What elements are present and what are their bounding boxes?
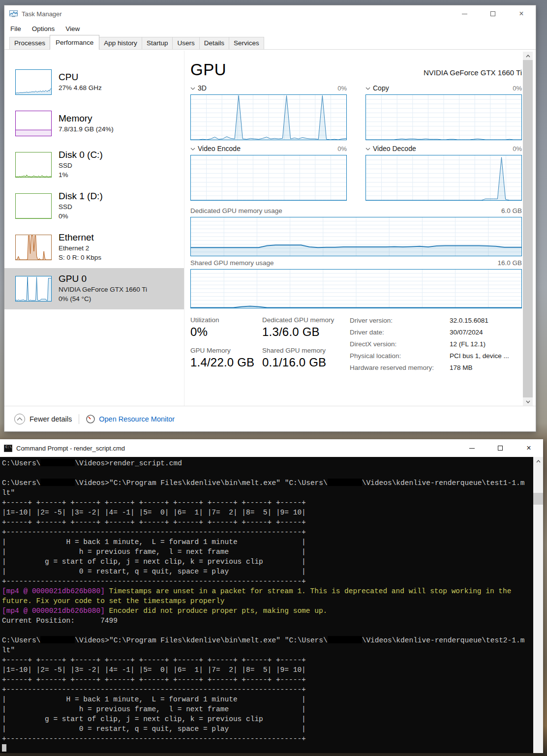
performance-sidebar: CPU27% 4.68 GHz Memory7.8/31.9 GB (24%) …	[4, 51, 184, 406]
console-line: [mp4 @ 0000021db626b080] Timestamps are …	[2, 586, 533, 596]
memory-stats: 7.8/31.9 GB (24%)	[59, 124, 114, 134]
ethernet-title: Ethernet	[59, 232, 101, 243]
gpu-3d-chart	[190, 94, 347, 140]
console-line	[2, 744, 533, 753]
gpu-memory-value: 1.4/22.0 GB	[190, 356, 262, 369]
footer-divider	[79, 414, 79, 424]
console-line: +-----+ +-----+ +-----+ +-----+ +-----+ …	[2, 675, 533, 685]
console-line: +---------------------------------------…	[2, 685, 533, 695]
sidebar-item-disk0[interactable]: Disk 0 (C:)SSD1%	[4, 144, 184, 185]
tab-users[interactable]: Users	[172, 37, 199, 49]
console-line: +-----+ +-----+ +-----+ +-----+ +-----+ …	[2, 655, 533, 665]
gpu-video-decode-chart	[365, 155, 522, 201]
chevron-down-icon	[365, 145, 370, 152]
disk1-mini-chart	[15, 193, 52, 219]
tab-startup[interactable]: Startup	[142, 37, 173, 49]
redacted-username	[328, 479, 362, 486]
console-scrollbar[interactable]	[533, 457, 543, 753]
console-line: | g = start of clip, j = next clip, k = …	[2, 714, 533, 724]
close-icon: ×	[526, 444, 531, 452]
fewer-details-button[interactable]: Fewer details	[14, 414, 72, 424]
utilization-value: 0%	[190, 325, 262, 339]
tab-app-history[interactable]: App history	[99, 37, 142, 49]
console-line: | 0 = restart, q = quit, space = play |	[2, 724, 533, 734]
gpu-copy-chart	[365, 94, 522, 140]
sidebar-item-gpu0[interactable]: GPU 0NVIDIA GeForce GTX 1660 Ti0% (54 °C…	[4, 268, 184, 309]
gpu-panel: GPU NVIDIA GeForce GTX 1660 Ti 3D 0% Cop…	[184, 51, 536, 406]
menu-view[interactable]: View	[65, 25, 80, 32]
sidebar-item-cpu[interactable]: CPU27% 4.68 GHz	[4, 61, 184, 103]
detail-directx-version: DirectX version:12 (FL 12.1)	[350, 340, 522, 348]
close-button[interactable]: ×	[515, 439, 543, 457]
detail-driver-version: Driver version:32.0.15.6081	[350, 317, 522, 324]
console-line: lt"	[2, 645, 533, 655]
redacted-username	[328, 636, 362, 643]
gpu-title: GPU 0	[59, 273, 147, 285]
minimize-button[interactable]	[457, 439, 486, 457]
scroll-down-icon[interactable]	[523, 397, 533, 406]
dedicated-gpu-memory-label: Dedicated GPU memory	[262, 316, 350, 324]
console-line: | g = start of clip, j = next clip, k = …	[2, 557, 533, 567]
console-line: +---------------------------------------…	[2, 734, 533, 744]
tab-performance[interactable]: Performance	[50, 35, 99, 50]
gpu-mini-chart	[15, 276, 52, 302]
minimize-button[interactable]	[450, 5, 479, 22]
chart-video-decode-value: 0%	[513, 145, 522, 152]
scrollbar-thumb[interactable]	[533, 493, 543, 505]
chart-header-video-encode[interactable]: Video Encode 0%	[190, 145, 347, 152]
task-manager-titlebar[interactable]: Task Manager ×	[4, 5, 536, 22]
menu-file[interactable]: File	[10, 25, 21, 32]
chart-header-video-decode[interactable]: Video Decode 0%	[365, 145, 522, 152]
close-button[interactable]: ×	[507, 5, 536, 22]
dedicated-memory-max: 6.0 GB	[501, 207, 522, 214]
command-prompt-titlebar[interactable]: C:\ Command Prompt - render_script.cmd ×	[0, 439, 543, 457]
detail-driver-date: Driver date:30/07/2024	[350, 329, 522, 336]
open-resource-monitor-link[interactable]: Open Resource Monitor	[86, 415, 175, 423]
task-manager-app-icon	[9, 10, 18, 18]
command-prompt-title: Command Prompt - render_script.cmd	[16, 445, 125, 452]
console-line: | 0 = restart, q = quit, space = play |	[2, 567, 533, 576]
console-line: |1=-10| |2= -5| |3= -2| |4= -1| |5= 0| |…	[2, 508, 533, 517]
shared-memory-max: 16.0 GB	[497, 259, 522, 267]
chart-header-3d[interactable]: 3D 0%	[190, 84, 347, 92]
scrollbar-thumb[interactable]	[523, 60, 533, 397]
sidebar-item-ethernet[interactable]: EthernetEthernet 2S: 0 R: 0 Kbps	[4, 227, 184, 268]
console-line: |1=-10| |2= -5| |3= -2| |4= -1| |5= 0| |…	[2, 665, 533, 675]
menu-options[interactable]: Options	[32, 25, 55, 32]
console-line: C:\Users\\Videos>render_script.cmd	[2, 458, 533, 468]
sidebar-item-memory[interactable]: Memory7.8/31.9 GB (24%)	[4, 103, 184, 144]
redacted-username	[40, 636, 75, 643]
console-line: +---------------------------------------…	[2, 527, 533, 537]
detail-hardware-reserved-memory: Hardware reserved memory:178 MB	[350, 364, 522, 371]
chart-header-copy[interactable]: Copy 0%	[365, 84, 522, 92]
console-line: | h = previous frame, l = next frame |	[2, 704, 533, 714]
tab-bar: Processes Performance App history Startu…	[4, 35, 536, 50]
utilization-label: Utilization	[190, 316, 262, 324]
console-line: | H = back 1 minute, L = forward 1 minut…	[2, 695, 533, 704]
gpu-device-name: NVIDIA GeForce GTX 1660 Ti	[424, 68, 522, 79]
console-line: +-----+ +-----+ +-----+ +-----+ +-----+ …	[2, 498, 533, 508]
tab-details[interactable]: Details	[199, 37, 229, 49]
disk1-title: Disk 1 (D:)	[59, 191, 103, 202]
detail-physical-location: Physical location:PCI bus 1, device ...	[350, 352, 522, 360]
maximize-icon	[490, 11, 495, 16]
cpu-mini-chart	[15, 69, 52, 95]
console-output[interactable]: C:\Users\\Videos>render_script.cmdC:\Use…	[0, 457, 533, 753]
close-icon: ×	[519, 10, 523, 18]
minimize-icon	[462, 14, 467, 14]
maximize-button[interactable]	[479, 5, 507, 22]
chevron-up-circle-icon	[14, 414, 25, 424]
sidebar-item-disk1[interactable]: Disk 1 (D:)SSD0%	[4, 185, 184, 227]
scroll-up-icon[interactable]	[533, 457, 543, 465]
chart-copy-value: 0%	[513, 85, 522, 92]
page-title: GPU	[190, 60, 226, 79]
maximize-button[interactable]	[486, 439, 515, 457]
scroll-up-icon[interactable]	[523, 52, 533, 60]
chart-video-encode-value: 0%	[337, 145, 347, 152]
tab-processes[interactable]: Processes	[9, 37, 50, 49]
task-manager-scrollbar[interactable]	[523, 52, 533, 406]
console-cursor	[2, 744, 6, 752]
cpu-title: CPU	[59, 72, 102, 83]
console-line: C:\Users\\Videos>"C:\Program Files\kdenl…	[2, 478, 533, 488]
tab-services[interactable]: Services	[229, 37, 264, 49]
